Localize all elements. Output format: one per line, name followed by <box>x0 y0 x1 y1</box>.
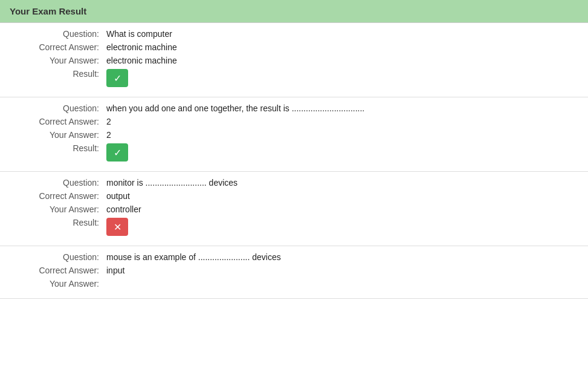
correct-answer-value-4: input <box>106 266 578 275</box>
result-button-1[interactable] <box>106 69 128 87</box>
result-icon-1 <box>114 73 121 84</box>
result-label-2: Result: <box>10 143 106 153</box>
correct-answer-row-1: Correct Answer: electronic machine <box>10 42 578 52</box>
result-icon-2 <box>114 147 121 158</box>
your-answer-value-3: controller <box>106 204 578 214</box>
question-value-3: monitor is .......................... de… <box>106 178 578 188</box>
correct-answer-row-3: Correct Answer: output <box>10 191 578 201</box>
result-label-3: Result: <box>10 218 106 227</box>
your-answer-label-2: Your Answer: <box>10 130 106 140</box>
question-label-3: Question: <box>10 178 106 188</box>
question-block-1: Question: What is computer Correct Answe… <box>0 23 588 97</box>
result-button-3[interactable] <box>106 218 128 236</box>
your-answer-row-2: Your Answer: 2 <box>10 130 578 140</box>
question-label-1: Question: <box>10 29 106 39</box>
correct-answer-row-4: Correct Answer: input <box>10 266 578 275</box>
exam-result-header: Your Exam Result <box>0 0 588 23</box>
result-button-2[interactable] <box>106 143 128 162</box>
question-row-2: Question: when you add one and one toget… <box>10 103 578 113</box>
result-row-2: Result: <box>10 143 578 162</box>
your-answer-value-2: 2 <box>106 130 578 140</box>
correct-answer-value-1: electronic machine <box>106 42 578 52</box>
result-icon-3 <box>114 221 121 233</box>
question-row-4: Question: mouse is an example of .......… <box>10 252 578 262</box>
your-answer-label-3: Your Answer: <box>10 204 106 214</box>
your-answer-row-4: Your Answer: <box>10 279 578 289</box>
question-value-1: What is computer <box>106 29 578 39</box>
your-answer-row-3: Your Answer: controller <box>10 204 578 214</box>
correct-answer-row-2: Correct Answer: 2 <box>10 117 578 126</box>
correct-answer-value-2: 2 <box>106 117 578 126</box>
result-row-1: Result: <box>10 69 578 87</box>
question-block-4: Question: mouse is an example of .......… <box>0 246 588 299</box>
correct-answer-value-3: output <box>106 191 578 201</box>
your-answer-row-1: Your Answer: electronic machine <box>10 56 578 65</box>
your-answer-value-1: electronic machine <box>106 56 578 65</box>
correct-answer-label-1: Correct Answer: <box>10 42 106 52</box>
question-row-3: Question: monitor is ...................… <box>10 178 578 188</box>
correct-answer-label-3: Correct Answer: <box>10 191 106 201</box>
your-answer-label-1: Your Answer: <box>10 56 106 65</box>
question-value-2: when you add one and one together, the r… <box>106 103 578 113</box>
correct-answer-label-2: Correct Answer: <box>10 117 106 126</box>
correct-answer-label-4: Correct Answer: <box>10 266 106 275</box>
result-label-1: Result: <box>10 69 106 79</box>
header-title: Your Exam Result <box>10 6 86 16</box>
question-label-2: Question: <box>10 103 106 113</box>
your-answer-label-4: Your Answer: <box>10 279 106 289</box>
question-value-4: mouse is an example of .................… <box>106 252 578 262</box>
question-row-1: Question: What is computer <box>10 29 578 39</box>
question-block-3: Question: monitor is ...................… <box>0 172 588 246</box>
result-row-3: Result: <box>10 218 578 236</box>
question-block-2: Question: when you add one and one toget… <box>0 97 588 172</box>
question-label-4: Question: <box>10 252 106 262</box>
